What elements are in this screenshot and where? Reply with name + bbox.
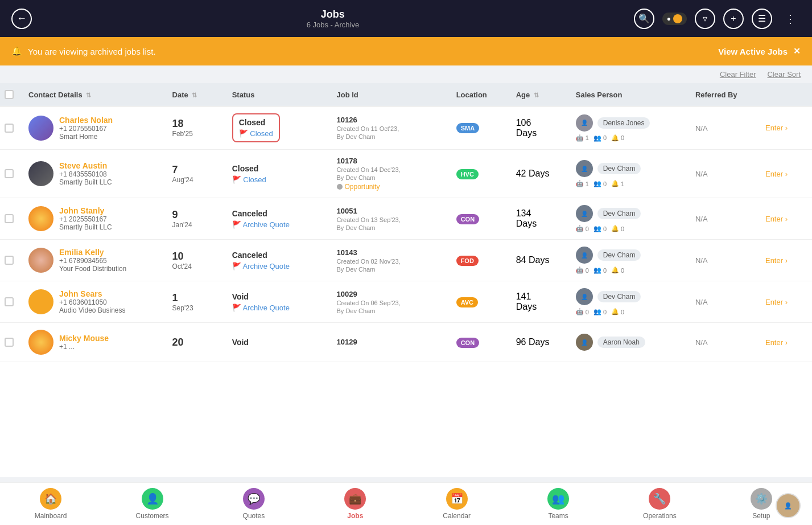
age-value: 42 Days bbox=[516, 169, 564, 179]
referred-value: N/A bbox=[695, 170, 708, 178]
table-row: Charles Nolan +1 2075550167 Smart Home 1… bbox=[0, 106, 812, 150]
contact-phone: +1 ... bbox=[59, 343, 109, 351]
enter-button[interactable]: Enter › bbox=[765, 298, 806, 306]
nav-mainboard[interactable]: 🏠 Mainboard bbox=[0, 488, 101, 520]
enter-button[interactable]: Enter › bbox=[765, 170, 806, 178]
status-cell: Void🚩 Archive Quote bbox=[226, 281, 331, 323]
nav-operations[interactable]: 🔧 Operations bbox=[609, 488, 710, 520]
calendar-label: Calendar bbox=[443, 512, 471, 520]
enter-cell[interactable]: Enter › bbox=[760, 323, 812, 362]
filter-button[interactable]: ▿ bbox=[695, 9, 715, 29]
contact-company: Smartly Built LLC bbox=[59, 223, 112, 231]
enter-cell[interactable]: Enter › bbox=[760, 240, 812, 281]
more-button[interactable]: ⋮ bbox=[780, 9, 801, 29]
list-button[interactable]: ☰ bbox=[752, 9, 772, 29]
row-checkbox[interactable] bbox=[0, 240, 23, 281]
sales-avatar-icon: 👤 bbox=[581, 166, 588, 172]
back-button[interactable]: ← bbox=[11, 9, 32, 29]
row-checkbox[interactable] bbox=[0, 281, 23, 323]
referred-cell: N/A bbox=[690, 150, 760, 198]
enter-cell[interactable]: Enter › bbox=[760, 198, 812, 240]
select-all-checkbox-header[interactable] bbox=[0, 83, 23, 106]
sales-name: Dev Cham bbox=[597, 249, 641, 261]
date-number: 7 bbox=[172, 164, 221, 176]
contact-name[interactable]: Charles Nolan bbox=[59, 116, 113, 125]
col-location[interactable]: Location bbox=[451, 83, 510, 106]
banner-message: 🔔 You are viewing archived jobs list. bbox=[11, 46, 156, 56]
clear-sort-link[interactable]: Clear Sort bbox=[767, 70, 801, 79]
enter-button[interactable]: Enter › bbox=[765, 124, 806, 132]
sales-person-info: 👤 Dev Cham bbox=[576, 205, 684, 222]
nav-jobs[interactable]: 💼 Jobs bbox=[304, 488, 406, 520]
enter-button[interactable]: Enter › bbox=[765, 215, 806, 223]
operations-icon: 🔧 bbox=[649, 488, 670, 510]
job-id-number: 10051 bbox=[337, 207, 445, 215]
enter-cell[interactable]: Enter › bbox=[760, 106, 812, 150]
sales-avatar-icon: 👤 bbox=[581, 252, 588, 259]
checkbox-sq[interactable] bbox=[5, 256, 14, 265]
jobid-cell: 10178 Created On 14 Dec'23, By Dev Cham … bbox=[331, 150, 451, 198]
col-salesperson[interactable]: Sales Person bbox=[570, 83, 690, 106]
col-status[interactable]: Status bbox=[226, 83, 331, 106]
col-contact[interactable]: Contact Details ⇅ bbox=[23, 83, 167, 106]
add-button[interactable]: + bbox=[723, 9, 744, 29]
toggle-button[interactable]: ● bbox=[662, 13, 687, 25]
contact-info: John Sears +1 6036011050 Audio Video Bus… bbox=[59, 289, 126, 314]
nav-customers[interactable]: 👤 Customers bbox=[101, 488, 203, 520]
header: ← Jobs 6 Jobs - Archive 🔍 ● ▿ + ☰ ⋮ bbox=[0, 0, 812, 37]
nav-teams[interactable]: 👥 Teams bbox=[508, 488, 609, 520]
checkbox-sq[interactable] bbox=[5, 169, 14, 178]
col-date-sort-icon: ⇅ bbox=[192, 92, 197, 99]
table-row: Steve Austin +1 8435550108 Smartly Built… bbox=[0, 150, 812, 198]
row-checkbox[interactable] bbox=[0, 106, 23, 150]
checkbox-sq[interactable] bbox=[5, 124, 14, 133]
bottom-nav: 🏠 Mainboard 👤 Customers 💬 Quotes 💼 Jobs … bbox=[0, 482, 812, 525]
enter-cell[interactable]: Enter › bbox=[760, 150, 812, 198]
enter-button[interactable]: Enter › bbox=[765, 256, 806, 265]
col-referred[interactable]: Referred By bbox=[690, 83, 760, 106]
contact-avatar bbox=[28, 116, 53, 141]
banner-close-icon[interactable]: ✕ bbox=[793, 46, 801, 56]
referred-cell: N/A bbox=[690, 106, 760, 150]
enter-cell[interactable]: Enter › bbox=[760, 281, 812, 323]
nav-calendar[interactable]: 📅 Calendar bbox=[406, 488, 508, 520]
date-month: Oct'24 bbox=[172, 262, 221, 270]
col-age-sort-icon: ⇅ bbox=[534, 92, 539, 99]
sales-avatar-icon: 👤 bbox=[581, 339, 588, 346]
col-contact-sort-icon: ⇅ bbox=[86, 92, 91, 99]
contact-name[interactable]: John Sears bbox=[59, 289, 126, 298]
view-active-jobs-button[interactable]: View Active Jobs ✕ bbox=[718, 46, 801, 56]
col-contact-label: Contact Details bbox=[28, 91, 83, 99]
contact-cell: John Sears +1 6036011050 Audio Video Bus… bbox=[23, 281, 167, 323]
row-checkbox[interactable] bbox=[0, 150, 23, 198]
job-by: By Dev Cham bbox=[337, 224, 445, 231]
user-avatar-bottom[interactable]: 👤 bbox=[776, 493, 801, 518]
operations-label: Operations bbox=[643, 512, 677, 520]
contact-name[interactable]: John Stanly bbox=[59, 206, 112, 215]
col-date[interactable]: Date ⇅ bbox=[167, 83, 226, 106]
nav-quotes[interactable]: 💬 Quotes bbox=[203, 488, 304, 520]
contact-name[interactable]: Emilia Kelly bbox=[59, 248, 126, 257]
banner-text: You are viewing archived jobs list. bbox=[28, 47, 156, 56]
row-checkbox[interactable] bbox=[0, 323, 23, 362]
row-checkbox[interactable] bbox=[0, 198, 23, 240]
customers-label: Customers bbox=[136, 512, 169, 520]
table-header-row: Contact Details ⇅ Date ⇅ Status Job Id L… bbox=[0, 83, 812, 106]
checkbox-sq[interactable] bbox=[5, 297, 14, 306]
contact-name[interactable]: Micky Mouse bbox=[59, 334, 109, 343]
status-cell: Canceled🚩 Archive Quote bbox=[226, 240, 331, 281]
contact-info: Micky Mouse +1 ... bbox=[59, 334, 109, 351]
enter-button[interactable]: Enter › bbox=[765, 338, 806, 347]
contact-name[interactable]: Steve Austin bbox=[59, 161, 112, 170]
clear-filter-link[interactable]: Clear Filter bbox=[720, 70, 756, 79]
checkbox-square[interactable] bbox=[5, 90, 14, 99]
referred-cell: N/A bbox=[690, 323, 760, 362]
checkbox-sq[interactable] bbox=[5, 214, 14, 223]
col-age[interactable]: Age ⇅ bbox=[510, 83, 570, 106]
setup-label: Setup bbox=[752, 512, 770, 520]
date-month: Jan'24 bbox=[172, 221, 221, 229]
contact-company: Smart Home bbox=[59, 133, 113, 141]
col-jobid[interactable]: Job Id bbox=[331, 83, 451, 106]
checkbox-sq[interactable] bbox=[5, 338, 14, 347]
search-button[interactable]: 🔍 bbox=[634, 9, 654, 29]
